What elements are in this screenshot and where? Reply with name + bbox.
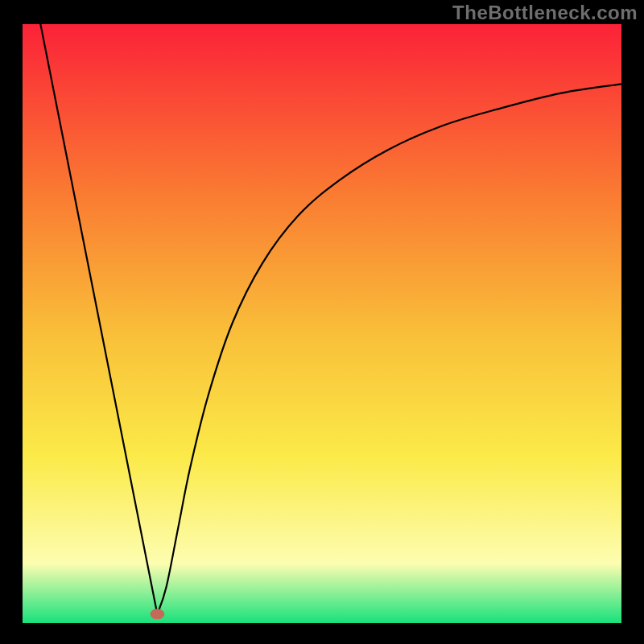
chart-frame: TheBottleneck.com — [0, 0, 644, 644]
minimum-marker-icon — [150, 609, 164, 619]
chart-svg — [23, 24, 621, 623]
watermark-label: TheBottleneck.com — [452, 2, 638, 24]
plot-area — [23, 24, 621, 623]
gradient-background — [23, 24, 621, 623]
